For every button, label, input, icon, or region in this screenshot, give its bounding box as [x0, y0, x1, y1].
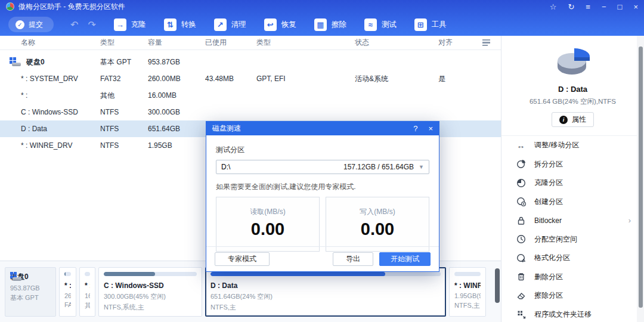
app-migrate-icon — [516, 309, 526, 319]
partition-select[interactable]: D:\ 157.12GB / 651.64GB ▼ — [216, 160, 429, 174]
disk-map-partition-c[interactable]: C : Windows-SSD 300.00GB(45% 空闲) NTFS,系统… — [98, 267, 202, 317]
sidebar-item-bitlocker[interactable]: Bitlocker › — [501, 211, 644, 230]
check-icon: ✓ — [16, 20, 24, 29]
read-speed-label: 读取(MB/s) — [216, 207, 319, 217]
main-panel: 名称 类型 容量 已使用 类型 状态 对齐 硬盘0 基本 GPT — [0, 36, 501, 322]
partition-pie-chart-icon — [550, 45, 596, 80]
convert-icon: ⇅ — [164, 18, 177, 31]
dialog-title: 磁盘测速 — [212, 123, 241, 134]
wipe-partition-icon — [516, 291, 526, 301]
app-header: 傲梅分区助手 - 免费无损分区软件 ☆ ↻ ≡ − □ × ✓ 提交 ↶ ↷ → — [0, 0, 644, 36]
header-status[interactable]: 状态 — [355, 38, 438, 48]
toolbar-item-test[interactable]: ≈ 测试 — [364, 18, 397, 31]
read-speed-box: 读取(MB/s) 0.00 — [216, 197, 320, 252]
header-type[interactable]: 类型 — [100, 38, 148, 48]
disk-speed-test-dialog: 磁盘测速 ? × 测试分区 D:\ 157.12GB / 651.64GB ▼ … — [206, 121, 439, 272]
info-icon: i — [559, 116, 568, 124]
header-aligned[interactable]: 对齐 — [438, 38, 480, 48]
bitlocker-lock-icon — [516, 216, 526, 225]
sidebar-item-app-migrate[interactable]: 程序或文件夹迁移 — [501, 305, 644, 322]
sidebar-menu: ↔ 调整/移动分区 拆分分区 克隆分区 — [501, 136, 644, 322]
toolbar: ✓ 提交 ↶ ↷ → 克隆 ⇅ 转换 ↗ 清理 — [0, 13, 644, 36]
table-row-msr[interactable]: * : 其他 16.00MB — [0, 87, 501, 104]
toolbar-item-convert[interactable]: ⇅ 转换 — [164, 18, 196, 31]
selected-partition: D:\ — [221, 163, 230, 171]
disk-map-partition-system[interactable]: * : ... 260... FA... — [59, 267, 76, 317]
window-title: 傲梅分区助手 - 免费无损分区软件 — [18, 2, 125, 12]
close-button[interactable]: × — [633, 2, 638, 11]
test-partition-label: 测试分区 — [216, 145, 429, 155]
disk-icon — [10, 57, 21, 67]
table-row-disk0[interactable]: 硬盘0 基本 GPT 953.87GB — [0, 54, 501, 70]
chevron-down-icon: ▼ — [419, 164, 424, 170]
minimize-button[interactable]: − — [602, 2, 606, 11]
sidebar-item-clone-partition[interactable]: 克隆分区 — [501, 174, 644, 193]
expert-mode-note: 如果需要更全面的测试,建议您使用专家模式. — [216, 182, 429, 192]
partition-usage: 157.12GB / 651.64GB — [343, 163, 414, 171]
favorite-star-icon[interactable]: ☆ — [550, 2, 557, 11]
dialog-help-button[interactable]: ? — [413, 124, 417, 133]
menu-icon[interactable]: ≡ — [586, 2, 590, 11]
create-partition-icon — [516, 197, 526, 206]
table-row-c-windows-ssd[interactable]: C : Windows-SSD NTFS 300.00GB — [0, 104, 501, 120]
write-speed-value: 0.00 — [326, 219, 429, 239]
toolbar-item-tools[interactable]: ⊞ 工具 — [414, 18, 447, 31]
properties-button[interactable]: i 属性 — [552, 112, 594, 127]
sidebar-item-resize-move[interactable]: ↔ 调整/移动分区 — [501, 136, 644, 155]
sidebar-scrollbar-track[interactable] — [637, 36, 644, 322]
column-settings-icon[interactable] — [482, 38, 492, 48]
resize-move-icon: ↔ — [516, 141, 526, 150]
delete-partition-icon — [516, 272, 526, 281]
start-test-button[interactable]: 开始测试 — [379, 252, 431, 266]
clean-icon: ↗ — [214, 18, 227, 31]
app-window: 傲梅分区助手 - 免费无损分区软件 ☆ ↻ ≡ − □ × ✓ 提交 ↶ ↷ → — [0, 0, 644, 322]
disk-map-partition-d[interactable]: D : Data 651.64GB(24% 空闲) NTFS,主 — [205, 267, 446, 317]
toolbar-item-clean[interactable]: ↗ 清理 — [214, 18, 246, 31]
toolbar-item-wipe[interactable]: ▦ 擦除 — [314, 18, 346, 31]
sidebar-item-format-partition[interactable]: 格式化分区 — [501, 249, 644, 268]
dialog-close-button[interactable]: × — [428, 124, 433, 133]
sidebar-item-create-partition[interactable]: 创建分区 — [501, 193, 644, 212]
header-capacity[interactable]: 容量 — [148, 38, 205, 48]
sidebar-item-split-partition[interactable]: 拆分分区 — [501, 155, 644, 174]
header-used[interactable]: 已使用 — [205, 38, 256, 48]
recover-icon: ↩ — [264, 18, 277, 31]
wipe-icon: ▦ — [314, 18, 327, 31]
selected-partition-name: D : Data — [501, 85, 644, 94]
tools-icon: ⊞ — [414, 18, 427, 31]
app-logo-icon — [6, 2, 14, 11]
header-fs-type[interactable]: 类型 — [256, 38, 355, 48]
refresh-icon[interactable]: ↻ — [568, 2, 574, 11]
sidebar-item-allocate-space[interactable]: 分配空闲空间 — [501, 230, 644, 249]
table-header: 名称 类型 容量 已使用 类型 状态 对齐 — [0, 36, 501, 50]
chevron-right-icon: › — [628, 216, 631, 225]
bottom-scrollbar[interactable] — [495, 268, 500, 303]
header-name[interactable]: 名称 — [0, 38, 100, 48]
maximize-button[interactable]: □ — [618, 2, 623, 11]
sidebar: D : Data 651.64 GB(24% 空闲),NTFS i 属性 ↔ 调… — [501, 36, 644, 322]
clone-partition-icon — [516, 178, 526, 188]
export-button[interactable]: 导出 — [333, 252, 373, 266]
toolbar-item-clone[interactable]: → 克隆 — [114, 18, 146, 31]
expert-mode-button[interactable]: 专家模式 — [215, 252, 270, 266]
disk-map-partition-msr[interactable]: * : 16.... 其... — [79, 267, 95, 317]
dialog-titlebar[interactable]: 磁盘测速 ? × — [206, 122, 439, 135]
disk-map-disk0[interactable]: 硬盘0 953.87GB 基本 GPT — [5, 267, 56, 317]
table-row-system-drv[interactable]: * : SYSTEM_DRV FAT32 260.00MB 43.48MB GP… — [0, 70, 501, 87]
test-icon: ≈ — [364, 18, 377, 31]
disk-map-partition-winre[interactable]: * : WINRE_... 1.95GB(99%... NTFS,主 — [449, 267, 486, 317]
sidebar-item-wipe-partition[interactable]: 擦除分区 — [501, 286, 644, 305]
split-partition-icon — [516, 159, 526, 169]
clone-icon: → — [114, 18, 126, 31]
title-bar: 傲梅分区助手 - 免费无损分区软件 ☆ ↻ ≡ − □ × — [0, 0, 644, 13]
toolbar-item-recover[interactable]: ↩ 恢复 — [264, 18, 296, 31]
undo-button[interactable]: ↶ — [70, 19, 78, 30]
submit-label: 提交 — [29, 20, 43, 30]
format-partition-icon — [516, 253, 526, 263]
selected-partition-info: 651.64 GB(24% 空闲),NTFS — [501, 97, 644, 106]
write-speed-label: 写入(MB/s) — [326, 207, 429, 217]
sidebar-scrollbar-thumb[interactable] — [639, 47, 643, 308]
submit-button[interactable]: ✓ 提交 — [8, 17, 54, 32]
sidebar-item-delete-partition[interactable]: 删除分区 — [501, 268, 644, 287]
redo-button[interactable]: ↷ — [88, 19, 95, 30]
